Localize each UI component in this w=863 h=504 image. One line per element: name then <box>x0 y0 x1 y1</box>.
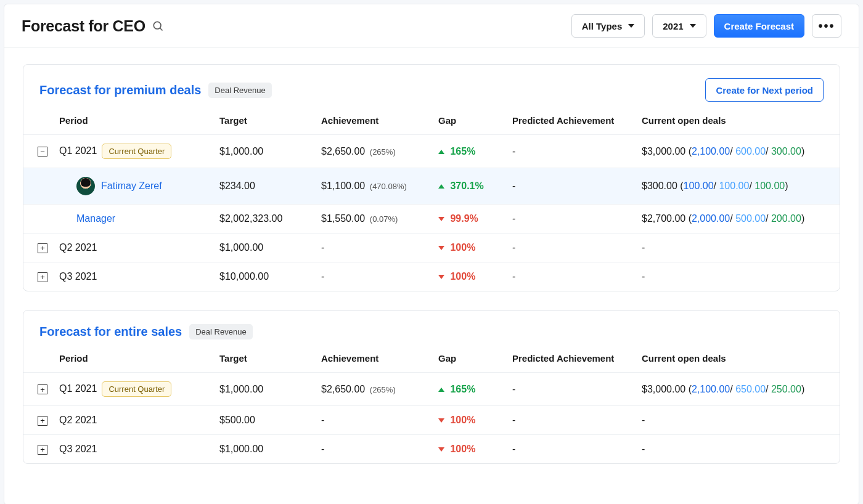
achievement-cell: $2,650.00 (265%) <box>316 373 433 406</box>
year-filter-dropdown[interactable]: 2021 <box>652 14 706 38</box>
avatar <box>76 177 95 195</box>
achievement-cell: $2,650.00 (265%) <box>316 135 433 168</box>
column-header: Achievement <box>316 346 433 373</box>
gap-cell: 100% <box>433 435 507 464</box>
target-cell: $500.00 <box>215 406 316 435</box>
expand-icon[interactable] <box>38 243 47 253</box>
column-header <box>23 108 54 135</box>
expand-icon[interactable] <box>38 445 47 455</box>
open-deals-cell: $3,000.00 (2,100.00/ 650.00/ 250.00) <box>637 373 840 406</box>
svg-point-0 <box>153 22 161 29</box>
column-header: Period <box>54 346 215 373</box>
expand-icon[interactable] <box>38 384 47 394</box>
period-cell: Q3 2021 <box>54 435 215 464</box>
collapse-icon[interactable] <box>38 147 47 156</box>
gap-cell: 165% <box>433 135 507 168</box>
achievement-cell: - <box>316 435 433 464</box>
table-row: Q2 2021$1,000.00- 100%-- <box>23 234 840 262</box>
period-cell: Q3 2021 <box>54 262 215 291</box>
column-header: Target <box>215 346 316 373</box>
column-header: Achievement <box>316 108 433 135</box>
triangle-down-icon <box>438 275 444 279</box>
expand-icon[interactable] <box>38 416 47 426</box>
svg-line-1 <box>160 28 163 31</box>
expand-icon[interactable] <box>38 272 47 282</box>
target-cell: $10,000.00 <box>215 262 316 291</box>
predicted-cell: - <box>507 262 637 291</box>
create-forecast-button[interactable]: Create Forecast <box>714 14 804 38</box>
column-header: Predicted Achievement <box>507 108 637 135</box>
predicted-cell: - <box>507 406 637 435</box>
achievement-cell: $1,550.00 (0.07%) <box>316 205 433 234</box>
gap-cell: 100% <box>433 234 507 262</box>
achievement-cell: - <box>316 262 433 291</box>
chevron-down-icon <box>628 24 634 28</box>
page-header: Forecast for CEO All Types 2021 Create F… <box>4 4 859 48</box>
forecast-card: Forecast for premium dealsDeal RevenueCr… <box>23 64 840 291</box>
gap-cell: 99.9% <box>433 205 507 234</box>
card-title[interactable]: Forecast for entire sales <box>39 325 182 339</box>
type-filter-dropdown[interactable]: All Types <box>571 14 645 38</box>
period-cell: Fatimay Zeref <box>54 168 215 205</box>
table-row: Q3 2021$1,000.00- 100%-- <box>23 435 840 464</box>
target-cell: $1,000.00 <box>215 435 316 464</box>
column-header: Current open deals <box>637 108 840 135</box>
open-deals-cell: - <box>637 435 840 464</box>
user-link[interactable]: Manager <box>76 213 115 224</box>
column-header: Current open deals <box>637 346 840 373</box>
table-row: Fatimay Zeref$234.00$1,100.00 (470.08%) … <box>23 168 840 205</box>
achievement-cell: - <box>316 406 433 435</box>
user-link[interactable]: Fatimay Zeref <box>101 181 162 192</box>
target-cell: $2,002,323.00 <box>215 205 316 234</box>
year-filter-label: 2021 <box>663 21 683 31</box>
achievement-cell: - <box>316 234 433 262</box>
table-row: Manager$2,002,323.00$1,550.00 (0.07%) 99… <box>23 205 840 234</box>
column-header: Predicted Achievement <box>507 346 637 373</box>
table-row: Q1 2021Current Quarter$1,000.00$2,650.00… <box>23 373 840 406</box>
current-quarter-badge: Current Quarter <box>102 144 171 159</box>
predicted-cell: - <box>507 373 637 406</box>
period-cell: Q1 2021Current Quarter <box>54 135 215 168</box>
open-deals-cell: $300.00 (100.00/ 100.00/ 100.00) <box>637 168 840 205</box>
triangle-down-icon <box>438 217 444 221</box>
gap-cell: 370.1% <box>433 168 507 205</box>
triangle-up-icon <box>438 150 444 154</box>
column-header: Period <box>54 108 215 135</box>
triangle-up-icon <box>438 184 444 189</box>
target-cell: $1,000.00 <box>215 234 316 262</box>
open-deals-cell: $2,700.00 (2,000.00/ 500.00/ 200.00) <box>637 205 840 234</box>
gap-cell: 100% <box>433 406 507 435</box>
column-header: Gap <box>433 108 507 135</box>
forecast-card: Forecast for entire salesDeal RevenuePer… <box>23 310 840 464</box>
card-tag: Deal Revenue <box>208 83 271 98</box>
search-icon[interactable] <box>152 20 164 32</box>
triangle-down-icon <box>438 418 444 423</box>
period-cell: Q2 2021 <box>54 234 215 262</box>
target-cell: $1,000.00 <box>215 373 316 406</box>
predicted-cell: - <box>507 435 637 464</box>
chevron-down-icon <box>690 24 696 28</box>
period-cell: Q1 2021Current Quarter <box>54 373 215 406</box>
open-deals-cell: - <box>637 262 840 291</box>
triangle-down-icon <box>438 447 444 452</box>
target-cell: $1,000.00 <box>215 135 316 168</box>
page-title: Forecast for CEO <box>22 17 145 35</box>
predicted-cell: - <box>507 168 637 205</box>
triangle-down-icon <box>438 246 444 250</box>
achievement-cell: $1,100.00 (470.08%) <box>316 168 433 205</box>
card-title[interactable]: Forecast for premium deals <box>39 83 201 97</box>
open-deals-cell: $3,000.00 (2,100.00/ 600.00/ 300.00) <box>637 135 840 168</box>
target-cell: $234.00 <box>215 168 316 205</box>
type-filter-label: All Types <box>582 21 623 31</box>
create-next-period-button[interactable]: Create for Next period <box>705 78 824 102</box>
triangle-up-icon <box>438 388 444 392</box>
more-actions-button[interactable]: ••• <box>812 14 841 38</box>
column-header: Target <box>215 108 316 135</box>
table-row: Q2 2021$500.00- 100%-- <box>23 406 840 435</box>
column-header <box>23 346 54 373</box>
card-tag: Deal Revenue <box>189 324 252 339</box>
period-cell: Manager <box>54 205 215 234</box>
predicted-cell: - <box>507 205 637 234</box>
open-deals-cell: - <box>637 406 840 435</box>
table-row: Q3 2021$10,000.00- 100%-- <box>23 262 840 291</box>
